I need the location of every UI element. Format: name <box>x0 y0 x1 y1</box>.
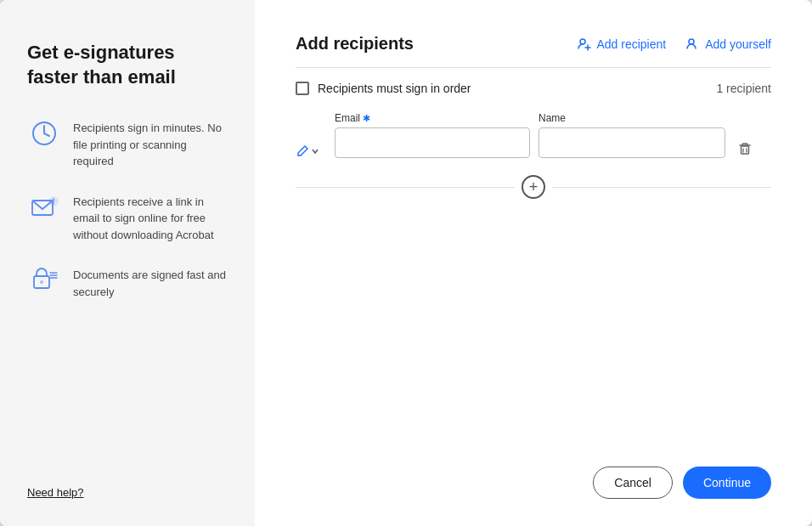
feature-item-secure: Documents are signed fast and securely <box>27 263 228 300</box>
add-line-right <box>552 187 771 188</box>
left-panel: Get e-signatures faster than email Recip… <box>0 0 255 526</box>
add-yourself-button[interactable]: Add yourself <box>686 37 771 51</box>
email-input[interactable] <box>335 127 530 158</box>
feature-list: Recipients sign in minutes. No file prin… <box>27 116 228 459</box>
add-recipient-button[interactable]: Add recipient <box>578 37 666 51</box>
recipient-row: Email ✱ Name <box>296 112 771 158</box>
role-selector[interactable] <box>296 144 326 158</box>
recipient-count: 1 recipient <box>716 82 771 95</box>
required-star: ✱ <box>363 113 370 124</box>
right-header: Add recipients Add recipient <box>296 34 771 54</box>
feature-text-email: Recipients receive a link in email to si… <box>73 190 228 244</box>
add-recipient-icon <box>578 37 591 51</box>
delete-recipient-button[interactable] <box>734 141 756 156</box>
header-actions: Add recipient Add yourself <box>578 37 771 51</box>
left-panel-title: Get e-signatures faster than email <box>27 41 228 89</box>
chevron-down-icon <box>311 147 319 156</box>
feature-text-secure: Documents are signed fast and securely <box>73 263 228 300</box>
sign-order-row: Recipients must sign in order 1 recipien… <box>296 82 771 95</box>
svg-point-15 <box>689 39 694 44</box>
add-circle-button[interactable]: + <box>522 175 545 199</box>
feature-item-clock: Recipients sign in minutes. No file prin… <box>27 116 228 170</box>
sign-order-checkbox[interactable] <box>296 82 309 95</box>
cancel-button[interactable]: Cancel <box>593 467 673 499</box>
name-label: Name <box>539 112 725 124</box>
modal-dialog: Get e-signatures faster than email Recip… <box>0 0 812 526</box>
name-field-group: Name <box>539 112 725 158</box>
email-icon <box>27 190 61 224</box>
pen-icon <box>296 144 309 158</box>
svg-line-2 <box>44 133 49 136</box>
need-help-link[interactable]: Need help? <box>27 486 228 499</box>
add-yourself-icon <box>686 37 700 51</box>
secure-icon <box>27 263 61 297</box>
feature-item-email: Recipients receive a link in email to si… <box>27 190 228 244</box>
header-divider <box>296 67 771 68</box>
add-recipient-row: + <box>296 175 771 199</box>
continue-button[interactable]: Continue <box>683 467 771 499</box>
right-panel: Add recipients Add recipient <box>255 0 812 526</box>
email-label: Email ✱ <box>335 112 530 124</box>
svg-rect-16 <box>742 146 749 154</box>
trash-icon <box>737 141 753 156</box>
name-input[interactable] <box>539 127 725 158</box>
sign-order-label: Recipients must sign in order <box>318 82 471 95</box>
feature-text-clock: Recipients sign in minutes. No file prin… <box>73 116 228 170</box>
panel-title: Add recipients <box>296 34 414 54</box>
add-line-left <box>296 187 515 188</box>
sign-order-left: Recipients must sign in order <box>296 82 471 95</box>
svg-point-8 <box>40 280 43 284</box>
svg-point-6 <box>53 202 54 203</box>
email-field-group: Email ✱ <box>335 112 530 158</box>
clock-icon <box>27 116 61 150</box>
footer-actions: Cancel Continue <box>593 467 771 499</box>
svg-point-12 <box>580 39 585 44</box>
